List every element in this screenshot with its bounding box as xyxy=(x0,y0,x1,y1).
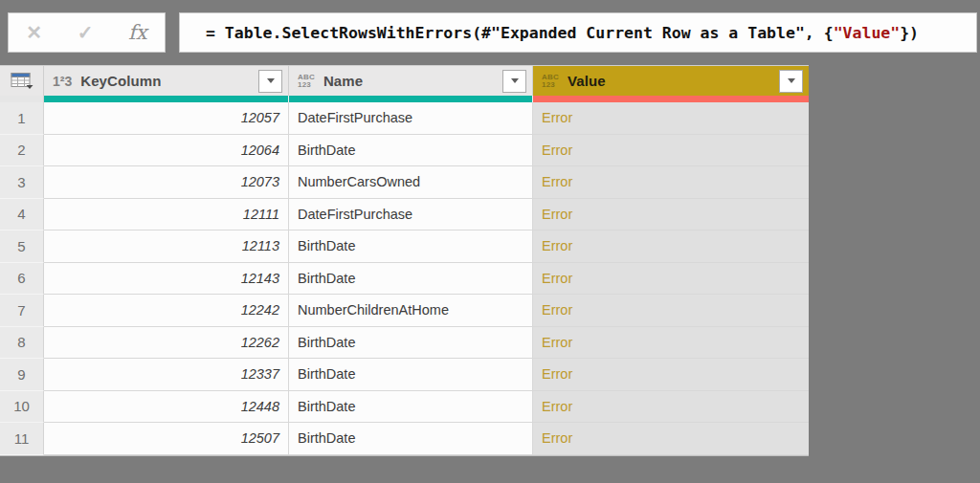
formula-bar: ✕ ✓ fx = Table.SelectRowsWithErrors(#"Ex… xyxy=(8,12,977,53)
cell-value-error[interactable]: Error xyxy=(533,295,809,327)
table-row: 3 12073 NumberCarsOwned Error xyxy=(0,166,809,199)
row-number[interactable]: 5 xyxy=(0,231,44,263)
cell-value-error[interactable]: Error xyxy=(533,327,809,360)
table-row: 8 12262 BirthDate Error xyxy=(0,327,809,360)
cell-value-error[interactable]: Error xyxy=(533,135,809,167)
cell-value-error[interactable]: Error xyxy=(533,199,809,231)
formula-input[interactable]: = Table.SelectRowsWithErrors(#"Expanded … xyxy=(179,12,977,53)
cell-name[interactable]: BirthDate xyxy=(289,327,533,360)
checkmark-icon: ✓ xyxy=(78,22,94,43)
column-header-value[interactable]: ABC 123 Value xyxy=(533,66,809,96)
cell-name[interactable]: BirthDate xyxy=(289,391,533,424)
formula-segment-pre: = Table.SelectRowsWithErrors(#"Expanded … xyxy=(206,24,834,42)
quality-bar-keycolumn xyxy=(44,96,289,102)
power-query-window: ✕ ✓ fx = Table.SelectRowsWithErrors(#"Ex… xyxy=(0,0,980,483)
cell-name[interactable]: BirthDate xyxy=(289,231,533,263)
cell-value-error[interactable]: Error xyxy=(533,359,809,391)
cell-name[interactable]: BirthDate xyxy=(289,423,533,455)
commit-button[interactable]: ✓ xyxy=(78,23,94,42)
any-type-icon-bottom: 123 xyxy=(298,81,315,89)
cell-value-error[interactable]: Error xyxy=(533,263,809,296)
cell-name[interactable]: NumberChildrenAtHome xyxy=(289,295,533,327)
quality-gutter xyxy=(0,96,44,102)
table-row: 2 12064 BirthDate Error xyxy=(0,135,809,167)
cancel-icon: ✕ xyxy=(26,22,42,43)
row-number[interactable]: 8 xyxy=(0,327,44,360)
cell-keycolumn[interactable]: 12073 xyxy=(44,166,289,199)
row-number[interactable]: 9 xyxy=(0,359,44,391)
chevron-down-icon xyxy=(267,78,275,83)
table-row: 9 12337 BirthDate Error xyxy=(0,359,809,391)
row-number[interactable]: 7 xyxy=(0,295,44,327)
cancel-button[interactable]: ✕ xyxy=(26,23,42,42)
cell-name[interactable]: BirthDate xyxy=(289,135,533,167)
cell-value-error[interactable]: Error xyxy=(533,231,809,263)
cell-keycolumn[interactable]: 12507 xyxy=(44,423,289,455)
data-preview-grid: 1²3 KeyColumn ABC 123 Name ABC 123 Value xyxy=(0,65,809,456)
cell-name[interactable]: DateFirstPurchase xyxy=(289,199,533,231)
cell-keycolumn[interactable]: 12337 xyxy=(44,359,289,391)
formula-text: = Table.SelectRowsWithErrors(#"Expanded … xyxy=(206,24,919,42)
column-quality-row xyxy=(0,96,809,102)
row-number[interactable]: 11 xyxy=(0,423,44,455)
chevron-down-icon xyxy=(788,78,795,83)
cell-name[interactable]: NumberCarsOwned xyxy=(289,166,533,199)
table-row: 10 12448 BirthDate Error xyxy=(0,391,809,424)
add-formula-button[interactable]: fx xyxy=(128,23,147,43)
row-number[interactable]: 1 xyxy=(0,102,44,135)
cell-keycolumn[interactable]: 12242 xyxy=(44,295,289,327)
table-row: 4 12111 DateFirstPurchase Error xyxy=(0,199,809,231)
row-number[interactable]: 6 xyxy=(0,263,44,296)
chevron-down-icon xyxy=(511,78,519,83)
cell-name[interactable]: BirthDate xyxy=(289,359,533,391)
cell-name[interactable]: DateFirstPurchase xyxy=(289,102,533,135)
cell-name[interactable]: BirthDate xyxy=(289,263,533,296)
cell-keycolumn[interactable]: 12057 xyxy=(44,102,289,135)
any-type-icon-bottom: 123 xyxy=(542,81,559,89)
any-type-icon: ABC 123 xyxy=(298,74,315,89)
quality-bar-value xyxy=(533,96,809,102)
cell-keycolumn[interactable]: 12143 xyxy=(44,263,289,296)
row-number[interactable]: 4 xyxy=(0,199,44,231)
grid-header-row: 1²3 KeyColumn ABC 123 Name ABC 123 Value xyxy=(0,65,809,96)
cell-value-error[interactable]: Error xyxy=(533,391,809,424)
column-label-name: Name xyxy=(323,73,494,89)
cell-keycolumn[interactable]: 12448 xyxy=(44,391,289,424)
table-row: 5 12113 BirthDate Error xyxy=(0,231,809,263)
cell-value-error[interactable]: Error xyxy=(533,166,809,199)
column-label-keycolumn: KeyColumn xyxy=(80,73,250,89)
select-all-button[interactable] xyxy=(0,66,44,96)
formula-segment-post: }) xyxy=(900,24,919,42)
filter-dropdown-name[interactable] xyxy=(502,70,526,93)
row-number[interactable]: 2 xyxy=(0,135,44,167)
column-header-keycolumn[interactable]: 1²3 KeyColumn xyxy=(44,66,289,96)
formula-toolbar: ✕ ✓ fx xyxy=(8,12,166,53)
fx-icon: fx xyxy=(128,21,147,44)
cell-keycolumn[interactable]: 12111 xyxy=(44,199,289,231)
table-icon xyxy=(11,72,33,90)
table-row: 1 12057 DateFirstPurchase Error xyxy=(0,102,809,135)
quality-bar-name xyxy=(289,96,533,102)
cell-value-error[interactable]: Error xyxy=(533,423,809,455)
cell-keycolumn[interactable]: 12064 xyxy=(44,135,289,167)
filter-dropdown-keycolumn[interactable] xyxy=(258,70,282,93)
any-type-icon: ABC 123 xyxy=(542,74,559,89)
column-label-value: Value xyxy=(568,73,770,89)
table-row: 7 12242 NumberChildrenAtHome Error xyxy=(0,295,809,327)
whole-number-type-icon: 1²3 xyxy=(53,74,72,89)
cell-keycolumn[interactable]: 12262 xyxy=(44,327,289,360)
row-number[interactable]: 3 xyxy=(0,166,44,199)
cell-value-error[interactable]: Error xyxy=(533,102,809,135)
column-header-name[interactable]: ABC 123 Name xyxy=(289,66,533,96)
cell-keycolumn[interactable]: 12113 xyxy=(44,231,289,263)
table-row: 11 12507 BirthDate Error xyxy=(0,423,809,455)
table-row: 6 12143 BirthDate Error xyxy=(0,263,809,296)
filter-dropdown-value[interactable] xyxy=(779,70,803,93)
formula-string-literal: "Value" xyxy=(834,24,901,42)
row-number[interactable]: 10 xyxy=(0,391,44,424)
